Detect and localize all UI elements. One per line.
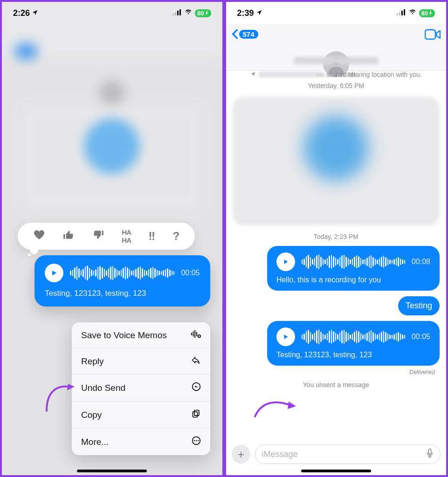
reply-icon bbox=[191, 356, 201, 367]
location-icon bbox=[256, 8, 262, 18]
svg-point-16 bbox=[195, 440, 197, 442]
svg-rect-13 bbox=[193, 412, 197, 417]
facetime-button[interactable] bbox=[425, 29, 441, 42]
timestamp-divider: Today, 2:23 PM bbox=[226, 229, 447, 244]
voice-transcript: Hello, this is a recording for you bbox=[276, 276, 430, 284]
svg-rect-10 bbox=[198, 336, 200, 337]
status-time: 2:26 bbox=[13, 8, 38, 18]
status-right: 80 bbox=[172, 9, 211, 17]
back-button[interactable]: 574 bbox=[232, 29, 258, 39]
menu-save-voice-memos[interactable]: Save to Voice Memos bbox=[72, 322, 210, 348]
contact-name-blurred bbox=[294, 57, 378, 64]
menu-label: Save to Voice Memos bbox=[81, 330, 167, 341]
voice-transcript: Testing, 123123, testing, 123 bbox=[45, 289, 200, 298]
status-bar: 2:39 80 bbox=[226, 2, 447, 24]
more-icon bbox=[192, 436, 201, 448]
home-indicator[interactable] bbox=[301, 470, 371, 472]
voice-transcript: Testing, 123123, testing, 123 bbox=[276, 351, 430, 359]
voice-duration: 00:08 bbox=[412, 258, 430, 266]
waveform-plus-icon bbox=[191, 330, 201, 341]
play-button[interactable] bbox=[45, 264, 63, 282]
voice-message-bubble[interactable]: 00:08 Hello, this is a recording for you bbox=[267, 246, 440, 291]
status-time: 2:39 bbox=[237, 8, 262, 18]
battery-percent: 80 bbox=[421, 10, 428, 17]
compose-bar: ＋ iMessage bbox=[226, 443, 447, 466]
annotation-arrow bbox=[252, 396, 299, 421]
screenshot-right: 2:39 80 574 started sharing location wit… bbox=[224, 0, 448, 477]
svg-marker-25 bbox=[288, 402, 296, 409]
svg-rect-0 bbox=[172, 14, 174, 15]
svg-rect-26 bbox=[428, 449, 431, 454]
home-indicator[interactable] bbox=[77, 470, 147, 472]
svg-point-15 bbox=[193, 440, 195, 442]
chat-body[interactable]: started sharing location with you. ——— 4… bbox=[226, 71, 447, 475]
unsent-notice: You unsent a message bbox=[226, 376, 447, 391]
menu-more[interactable]: More... bbox=[72, 429, 210, 455]
svg-rect-19 bbox=[397, 14, 398, 15]
wifi-icon bbox=[184, 9, 193, 17]
time-label: 2:26 bbox=[13, 8, 30, 18]
svg-rect-4 bbox=[191, 333, 192, 335]
tapback-exclaim[interactable]: ‼ bbox=[148, 230, 155, 243]
blurred-attachment[interactable] bbox=[233, 97, 440, 225]
svg-rect-21 bbox=[401, 11, 403, 15]
svg-rect-24 bbox=[425, 30, 435, 39]
undo-icon bbox=[192, 382, 201, 394]
cellular-icon bbox=[397, 9, 406, 17]
context-menu: Save to Voice Memos Reply Undo Send Copy… bbox=[72, 322, 210, 455]
waveform-icon bbox=[70, 265, 174, 281]
battery-percent: 80 bbox=[197, 10, 204, 17]
time-label: 2:39 bbox=[237, 8, 254, 18]
svg-rect-3 bbox=[179, 9, 181, 15]
text-message-bubble[interactable]: Testing bbox=[398, 296, 440, 315]
message-input[interactable]: iMessage bbox=[255, 444, 441, 464]
svg-rect-5 bbox=[193, 332, 193, 337]
menu-label: Undo Send bbox=[81, 383, 125, 393]
tapback-bar: HAHA ‼ ? bbox=[18, 223, 195, 250]
menu-reply[interactable]: Reply bbox=[72, 348, 210, 375]
tapback-heart[interactable] bbox=[33, 229, 45, 244]
voice-message-bubble[interactable]: 00:05 Testing, 123123, testing, 123 bbox=[34, 255, 210, 307]
screenshot-left: 2:26 80 HAHA ‼ ? 0 bbox=[0, 0, 224, 477]
add-button[interactable]: ＋ bbox=[232, 445, 250, 463]
blurred-name bbox=[259, 72, 324, 77]
menu-label: Copy bbox=[81, 410, 102, 420]
svg-rect-7 bbox=[196, 332, 197, 336]
play-button[interactable] bbox=[276, 327, 295, 346]
waveform-icon bbox=[302, 328, 405, 345]
message-text: Testing bbox=[406, 301, 432, 310]
voice-duration: 00:05 bbox=[181, 269, 200, 277]
svg-point-17 bbox=[197, 440, 199, 442]
tapback-question[interactable]: ? bbox=[173, 230, 180, 243]
status-bar: 2:26 80 bbox=[2, 2, 222, 24]
voice-duration: 00:05 bbox=[412, 333, 430, 341]
tapback-thumbs-up[interactable] bbox=[62, 229, 75, 244]
svg-rect-1 bbox=[175, 12, 176, 15]
copy-icon bbox=[192, 409, 201, 421]
location-arrow-icon bbox=[250, 71, 256, 78]
wifi-icon bbox=[408, 9, 417, 17]
cellular-icon bbox=[172, 9, 182, 17]
mic-icon[interactable] bbox=[426, 449, 434, 460]
svg-rect-2 bbox=[177, 11, 179, 15]
status-right: 80 bbox=[397, 9, 435, 17]
battery-indicator: 80 bbox=[419, 9, 435, 17]
delivered-label: Delivered bbox=[226, 368, 447, 376]
waveform-icon bbox=[302, 253, 405, 270]
battery-indicator: 80 bbox=[195, 9, 211, 17]
menu-label: More... bbox=[81, 437, 109, 447]
tapback-haha[interactable]: HAHA bbox=[122, 228, 131, 244]
svg-rect-22 bbox=[404, 9, 405, 15]
message-placeholder: iMessage bbox=[262, 450, 298, 459]
menu-copy[interactable]: Copy bbox=[72, 402, 210, 429]
back-badge: 574 bbox=[239, 30, 258, 39]
svg-rect-20 bbox=[399, 12, 400, 15]
svg-rect-12 bbox=[194, 410, 199, 416]
svg-rect-6 bbox=[194, 330, 195, 338]
menu-undo-send[interactable]: Undo Send bbox=[72, 375, 210, 402]
menu-label: Reply bbox=[81, 356, 104, 367]
timestamp-divider: Yesterday, 6:05 PM bbox=[226, 78, 447, 93]
play-button[interactable] bbox=[276, 252, 295, 271]
voice-message-bubble[interactable]: 00:05 Testing, 123123, testing, 123 bbox=[267, 321, 440, 366]
tapback-thumbs-down[interactable] bbox=[92, 229, 104, 244]
